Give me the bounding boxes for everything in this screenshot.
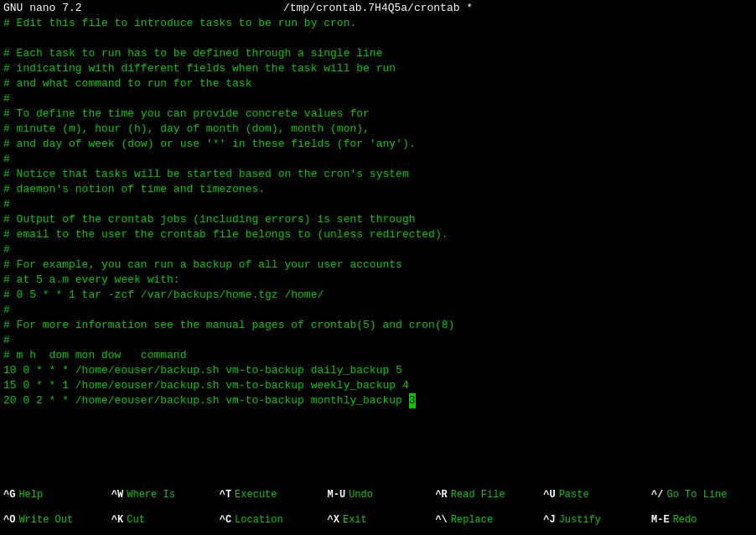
editor-line: # email to the user the crontab file bel… bbox=[3, 227, 753, 242]
shortcut-key: ^W bbox=[111, 489, 123, 501]
editor-line: # and day of week (dow) or use '*' in th… bbox=[3, 137, 753, 152]
status-bar: ^GHelp^WWhere Is^TExecuteM-UUndo^RRead F… bbox=[0, 482, 756, 532]
shortcut-group[interactable]: ^\Replace bbox=[432, 507, 540, 532]
shortcut-label: Write Out bbox=[18, 514, 73, 526]
editor-line: # bbox=[3, 303, 753, 318]
shortcut-group[interactable]: ^CLocation bbox=[216, 507, 324, 532]
shortcut-group[interactable]: M-ERedo bbox=[648, 507, 756, 532]
editor-line: # Notice that tasks will be started base… bbox=[3, 167, 753, 182]
editor-line: # and what command to run for the task bbox=[3, 76, 753, 91]
shortcut-label: Location bbox=[235, 514, 283, 526]
shortcut-label: Justify bbox=[559, 514, 601, 526]
editor-line: # bbox=[3, 152, 753, 167]
editor-line: # minute (m), hour (h), day of month (do… bbox=[3, 122, 753, 137]
shortcut-group[interactable]: ^UPaste bbox=[540, 482, 648, 507]
shortcut-key: M-E bbox=[651, 514, 670, 526]
shortcut-label: Go To Line bbox=[666, 489, 727, 501]
shortcut-label: Redo bbox=[673, 514, 697, 526]
shortcut-label: Exit bbox=[343, 514, 367, 526]
shortcut-key: ^K bbox=[111, 514, 123, 526]
editor-line: # Edit this file to introduce tasks to b… bbox=[3, 16, 753, 31]
shortcut-group[interactable]: ^OWrite Out bbox=[0, 507, 108, 532]
shortcut-key: ^X bbox=[328, 514, 339, 526]
shortcut-key: ^/ bbox=[651, 489, 663, 501]
shortcut-group[interactable]: ^TExecute bbox=[216, 482, 324, 507]
shortcut-key: M-U bbox=[328, 489, 346, 501]
editor-line: # 0 5 * * 1 tar -zcf /var/backups/home.t… bbox=[3, 288, 753, 303]
shortcut-label: Where Is bbox=[127, 489, 175, 501]
editor-line: # indicating with different fields when … bbox=[3, 61, 753, 76]
shortcut-key: ^C bbox=[220, 514, 231, 526]
shortcut-label: Undo bbox=[349, 489, 373, 501]
editor-line: # bbox=[3, 333, 753, 348]
shortcut-key: ^O bbox=[3, 514, 15, 526]
shortcut-label: Help bbox=[18, 489, 43, 501]
editor-line: # Each task to run has to be defined thr… bbox=[3, 46, 753, 61]
title-bar: GNU nano 7.2/tmp/crontab.7H4Q5a/crontab … bbox=[0, 0, 756, 16]
editor-line: # bbox=[3, 242, 753, 257]
shortcut-key: ^J bbox=[543, 514, 555, 526]
shortcut-label: Execute bbox=[235, 489, 277, 501]
editor-line: # m h dom mon dow command bbox=[3, 348, 753, 363]
shortcut-key: ^U bbox=[543, 489, 555, 501]
shortcut-group[interactable]: ^JJustify bbox=[540, 507, 648, 532]
shortcut-label: Replace bbox=[451, 514, 493, 526]
editor-line: # Output of the crontab jobs (including … bbox=[3, 212, 753, 227]
editor-area[interactable]: # Edit this file to introduce tasks to b… bbox=[0, 16, 756, 482]
editor-line bbox=[3, 31, 753, 46]
shortcut-key: ^R bbox=[435, 489, 447, 501]
shortcut-group[interactable]: M-UUndo bbox=[324, 482, 432, 507]
shortcut-key: ^G bbox=[3, 489, 15, 501]
shortcut-group[interactable]: ^/Go To Line bbox=[648, 482, 756, 507]
shortcut-group[interactable]: ^GHelp bbox=[0, 482, 108, 507]
shortcut-group[interactable]: ^WWhere Is bbox=[108, 482, 216, 507]
editor-line: 15 0 * * 1 /home/eouser/backup.sh vm-to-… bbox=[3, 378, 753, 393]
shortcut-label: Read File bbox=[451, 489, 505, 501]
editor-line: # To define the time you can provide con… bbox=[3, 106, 753, 122]
editor-line: # daemon's notion of time and timezones. bbox=[3, 182, 753, 197]
shortcut-group[interactable]: ^RRead File bbox=[432, 482, 540, 507]
shortcut-label: Paste bbox=[559, 489, 589, 501]
editor-line: 20 0 2 * * /home/eouser/backup.sh vm-to-… bbox=[3, 393, 753, 408]
title-center: /tmp/crontab.7H4Q5a/crontab * bbox=[0, 2, 756, 14]
title-left: GNU nano 7.2 bbox=[3, 2, 82, 14]
shortcut-key: ^\ bbox=[435, 514, 447, 526]
shortcut-group[interactable]: ^KCut bbox=[108, 507, 216, 532]
editor-line: # bbox=[3, 91, 753, 106]
cursor: 3 bbox=[409, 393, 416, 408]
editor-line: # at 5 a.m every week with: bbox=[3, 273, 753, 288]
editor-line: # For more information see the manual pa… bbox=[3, 318, 753, 333]
editor-line: 10 0 * * * /home/eouser/backup.sh vm-to-… bbox=[3, 363, 753, 378]
shortcut-key: ^T bbox=[220, 489, 231, 501]
editor-line: # bbox=[3, 197, 753, 212]
editor-line: # For example, you can run a backup of a… bbox=[3, 257, 753, 273]
shortcut-group[interactable]: ^XExit bbox=[324, 507, 432, 532]
shortcut-label: Cut bbox=[127, 514, 145, 526]
